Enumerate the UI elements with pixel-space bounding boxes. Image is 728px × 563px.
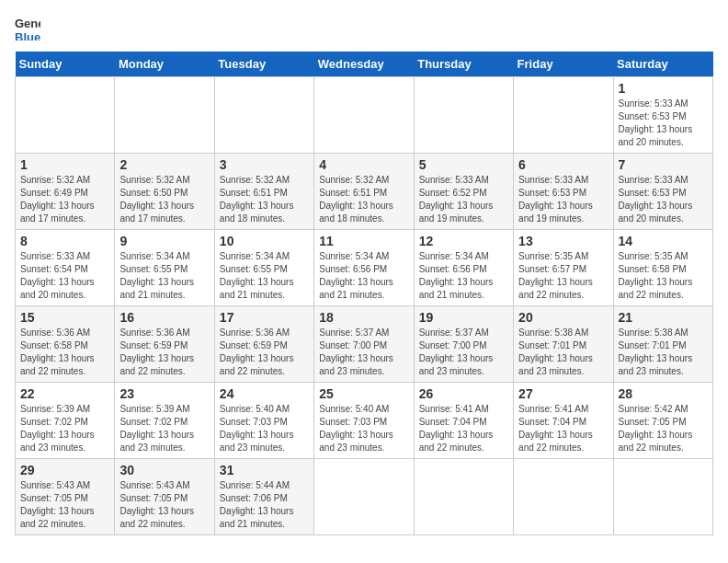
day-info: Sunrise: 5:36 AM Sunset: 6:59 PM Dayligh… <box>220 327 309 378</box>
day-cell: 4Sunrise: 5:32 AM Sunset: 6:51 PM Daylig… <box>314 154 414 230</box>
day-number: 9 <box>119 234 209 248</box>
day-info: Sunrise: 5:33 AM Sunset: 6:53 PM Dayligh… <box>619 98 708 149</box>
day-cell: 19Sunrise: 5:37 AM Sunset: 7:00 PM Dayli… <box>414 306 513 383</box>
week-row-6: 29Sunrise: 5:43 AM Sunset: 7:05 PM Dayli… <box>16 459 713 535</box>
logo-icon: General Blue <box>15 15 40 40</box>
day-info: Sunrise: 5:40 AM Sunset: 7:03 PM Dayligh… <box>220 403 309 454</box>
day-info: Sunrise: 5:35 AM Sunset: 6:57 PM Dayligh… <box>518 250 608 302</box>
day-cell: 10Sunrise: 5:34 AM Sunset: 6:55 PM Dayli… <box>214 230 313 306</box>
day-cell: 6Sunrise: 5:33 AM Sunset: 6:53 PM Daylig… <box>514 154 613 230</box>
day-cell <box>314 77 414 154</box>
day-number: 11 <box>319 234 408 248</box>
col-header-wednesday: Wednesday <box>314 52 414 77</box>
day-info: Sunrise: 5:37 AM Sunset: 7:00 PM Dayligh… <box>319 327 408 378</box>
day-number: 19 <box>419 310 508 325</box>
day-info: Sunrise: 5:43 AM Sunset: 7:05 PM Dayligh… <box>20 479 109 531</box>
day-info: Sunrise: 5:32 AM Sunset: 6:49 PM Dayligh… <box>20 174 109 225</box>
day-cell: 31Sunrise: 5:44 AM Sunset: 7:06 PM Dayli… <box>214 459 313 535</box>
day-info: Sunrise: 5:38 AM Sunset: 7:01 PM Dayligh… <box>619 327 708 378</box>
day-cell: 3Sunrise: 5:32 AM Sunset: 6:51 PM Daylig… <box>214 154 313 230</box>
day-info: Sunrise: 5:33 AM Sunset: 6:54 PM Dayligh… <box>20 250 109 302</box>
day-cell: 21Sunrise: 5:38 AM Sunset: 7:01 PM Dayli… <box>613 306 712 383</box>
day-cell: 23Sunrise: 5:39 AM Sunset: 7:02 PM Dayli… <box>115 383 214 459</box>
day-info: Sunrise: 5:37 AM Sunset: 7:00 PM Dayligh… <box>419 327 508 378</box>
day-info: Sunrise: 5:38 AM Sunset: 7:01 PM Dayligh… <box>518 327 608 378</box>
day-number: 7 <box>619 157 708 172</box>
day-number: 20 <box>518 310 608 325</box>
col-header-tuesday: Tuesday <box>214 52 313 77</box>
day-number: 1 <box>20 157 109 172</box>
day-cell: 14Sunrise: 5:35 AM Sunset: 6:58 PM Dayli… <box>613 230 712 306</box>
day-info: Sunrise: 5:40 AM Sunset: 7:03 PM Dayligh… <box>319 403 408 454</box>
col-header-sunday: Sunday <box>16 52 115 77</box>
day-number: 28 <box>619 386 708 401</box>
day-cell <box>514 77 613 154</box>
day-info: Sunrise: 5:34 AM Sunset: 6:55 PM Dayligh… <box>119 250 209 302</box>
day-number: 3 <box>220 157 309 172</box>
day-cell: 18Sunrise: 5:37 AM Sunset: 7:00 PM Dayli… <box>314 306 414 383</box>
day-info: Sunrise: 5:32 AM Sunset: 6:50 PM Dayligh… <box>119 174 209 225</box>
day-cell: 30Sunrise: 5:43 AM Sunset: 7:05 PM Dayli… <box>115 459 214 535</box>
day-number: 26 <box>419 386 508 401</box>
day-cell: 27Sunrise: 5:41 AM Sunset: 7:04 PM Dayli… <box>514 383 613 459</box>
day-info: Sunrise: 5:33 AM Sunset: 6:53 PM Dayligh… <box>518 174 608 225</box>
day-number: 29 <box>20 463 109 477</box>
day-info: Sunrise: 5:41 AM Sunset: 7:04 PM Dayligh… <box>518 403 608 454</box>
day-number: 22 <box>20 386 109 401</box>
day-cell: 13Sunrise: 5:35 AM Sunset: 6:57 PM Dayli… <box>514 230 613 306</box>
week-row-4: 15Sunrise: 5:36 AM Sunset: 6:58 PM Dayli… <box>16 306 713 383</box>
day-number: 2 <box>119 157 209 172</box>
day-cell: 11Sunrise: 5:34 AM Sunset: 6:56 PM Dayli… <box>314 230 414 306</box>
day-info: Sunrise: 5:36 AM Sunset: 6:59 PM Dayligh… <box>119 327 209 378</box>
day-number: 10 <box>220 234 309 248</box>
day-cell: 1Sunrise: 5:32 AM Sunset: 6:49 PM Daylig… <box>16 154 115 230</box>
week-row-3: 8Sunrise: 5:33 AM Sunset: 6:54 PM Daylig… <box>16 230 713 306</box>
day-cell: 25Sunrise: 5:40 AM Sunset: 7:03 PM Dayli… <box>314 383 414 459</box>
day-info: Sunrise: 5:33 AM Sunset: 6:52 PM Dayligh… <box>419 174 508 225</box>
day-cell: 28Sunrise: 5:42 AM Sunset: 7:05 PM Dayli… <box>613 383 712 459</box>
day-number: 5 <box>419 157 508 172</box>
day-cell: 26Sunrise: 5:41 AM Sunset: 7:04 PM Dayli… <box>414 383 513 459</box>
day-number: 23 <box>119 386 209 401</box>
day-number: 13 <box>518 234 608 248</box>
day-cell: 8Sunrise: 5:33 AM Sunset: 6:54 PM Daylig… <box>16 230 115 306</box>
day-cell: 9Sunrise: 5:34 AM Sunset: 6:55 PM Daylig… <box>115 230 214 306</box>
day-number: 21 <box>619 310 708 325</box>
day-cell: 15Sunrise: 5:36 AM Sunset: 6:58 PM Dayli… <box>16 306 115 383</box>
day-number: 4 <box>319 157 408 172</box>
day-cell <box>414 459 513 535</box>
day-cell: 16Sunrise: 5:36 AM Sunset: 6:59 PM Dayli… <box>115 306 214 383</box>
day-info: Sunrise: 5:35 AM Sunset: 6:58 PM Dayligh… <box>619 250 708 302</box>
day-info: Sunrise: 5:41 AM Sunset: 7:04 PM Dayligh… <box>419 403 508 454</box>
day-number: 16 <box>119 310 209 325</box>
day-cell <box>613 459 712 535</box>
col-header-thursday: Thursday <box>414 52 513 77</box>
day-cell: 5Sunrise: 5:33 AM Sunset: 6:52 PM Daylig… <box>414 154 513 230</box>
day-info: Sunrise: 5:33 AM Sunset: 6:53 PM Dayligh… <box>619 174 708 225</box>
day-cell <box>16 77 115 154</box>
day-info: Sunrise: 5:42 AM Sunset: 7:05 PM Dayligh… <box>619 403 708 454</box>
calendar-table: SundayMondayTuesdayWednesdayThursdayFrid… <box>15 52 713 535</box>
col-header-monday: Monday <box>115 52 214 77</box>
week-row-5: 22Sunrise: 5:39 AM Sunset: 7:02 PM Dayli… <box>16 383 713 459</box>
day-cell: 1Sunrise: 5:33 AM Sunset: 6:53 PM Daylig… <box>613 77 712 154</box>
day-cell: 29Sunrise: 5:43 AM Sunset: 7:05 PM Dayli… <box>16 459 115 535</box>
day-number: 12 <box>419 234 508 248</box>
day-cell: 2Sunrise: 5:32 AM Sunset: 6:50 PM Daylig… <box>115 154 214 230</box>
day-info: Sunrise: 5:32 AM Sunset: 6:51 PM Dayligh… <box>319 174 408 225</box>
day-cell: 24Sunrise: 5:40 AM Sunset: 7:03 PM Dayli… <box>214 383 313 459</box>
day-number: 1 <box>619 81 708 96</box>
day-info: Sunrise: 5:34 AM Sunset: 6:55 PM Dayligh… <box>220 250 309 302</box>
day-number: 18 <box>319 310 408 325</box>
day-number: 8 <box>20 234 109 248</box>
day-cell <box>214 77 313 154</box>
col-header-saturday: Saturday <box>613 52 712 77</box>
day-cell: 17Sunrise: 5:36 AM Sunset: 6:59 PM Dayli… <box>214 306 313 383</box>
day-number: 14 <box>619 234 708 248</box>
day-info: Sunrise: 5:34 AM Sunset: 6:56 PM Dayligh… <box>419 250 508 302</box>
svg-text:General: General <box>15 17 40 30</box>
day-number: 6 <box>518 157 608 172</box>
day-cell <box>514 459 613 535</box>
svg-text:Blue: Blue <box>15 30 40 40</box>
day-info: Sunrise: 5:43 AM Sunset: 7:05 PM Dayligh… <box>119 479 209 531</box>
